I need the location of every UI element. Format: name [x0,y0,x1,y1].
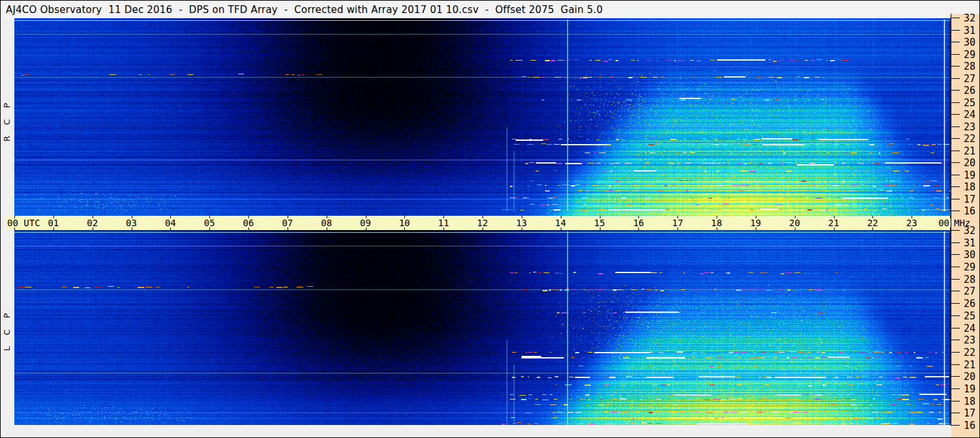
freq-tick [951,364,960,365]
freq-label: 29 [964,49,979,61]
freq-tick [951,66,960,66]
freq-label: 28 [964,61,979,72]
freq-tick [951,388,960,389]
hour-label: 02 [73,218,112,228]
freq-tick [951,138,960,139]
hour-label: 05 [190,218,229,228]
freq-label: 18 [964,396,979,407]
freq-tick [951,425,960,426]
frequency-axis-spine [951,14,951,425]
freq-tick [951,42,960,42]
freq-label: 24 [964,109,979,121]
freq-tick [951,340,960,340]
hour-label: 12 [463,218,502,228]
hour-label: 14 [541,218,580,228]
freq-tick [951,90,960,91]
lcp-polarization-label: LCP [2,281,12,372]
freq-label: 19 [964,383,979,395]
freq-label: 17 [964,194,979,205]
freq-label: 30 [964,36,979,48]
hour-label: 19 [736,218,775,228]
hour-label: 20 [775,218,814,228]
freq-label: 23 [964,121,979,133]
hour-label: 04 [151,218,190,228]
mhz-unit-label: MHz [954,218,970,228]
freq-label: 31 [964,25,979,36]
freq-tick [951,254,960,255]
freq-label: 26 [964,85,979,96]
freq-label: 30 [964,249,979,261]
freq-tick [951,78,960,79]
freq-tick [951,162,960,163]
freq-tick [951,102,960,103]
freq-tick [951,175,960,175]
freq-tick [951,401,960,402]
freq-tick [951,242,960,243]
freq-label: 24 [964,323,979,334]
hour-label: 16 [619,218,658,228]
freq-tick [951,352,960,353]
freq-label: 18 [964,181,979,193]
hour-label: 00 [934,218,949,228]
hour-label: 17 [658,218,697,228]
freq-tick [951,30,960,31]
freq-tick [951,230,960,231]
freq-tick [951,186,960,187]
hour-label: 09 [346,218,385,228]
freq-label: 25 [964,97,979,109]
freq-tick [951,303,960,304]
freq-label: 21 [964,145,979,157]
freq-tick [951,267,960,267]
freq-label: 32 [964,12,979,24]
freq-label: 28 [964,274,979,285]
rcp-spectrogram [14,18,951,216]
freq-tick [951,328,960,328]
freq-label: 27 [964,285,979,297]
freq-label: 17 [964,407,979,419]
hour-label: 03 [112,218,151,228]
hour-label: 01 [34,218,73,228]
freq-tick [951,279,960,280]
freq-label: 21 [964,359,979,371]
freq-tick [951,413,960,413]
freq-tick [951,291,960,291]
hour-label: 10 [385,218,424,228]
hour-label: 18 [697,218,736,228]
freq-tick [951,211,960,211]
hour-label: 11 [424,218,463,228]
freq-label: 26 [964,298,979,310]
freq-tick [951,199,960,199]
freq-label: 22 [964,133,979,145]
freq-label: 25 [964,310,979,322]
freq-tick [951,126,960,127]
hour-label: 08 [307,218,346,228]
hour-label: 22 [853,218,892,228]
freq-tick [951,54,960,55]
freq-tick [951,114,960,115]
freq-label: 29 [964,261,979,273]
hour-label: 07 [268,218,307,228]
freq-tick [951,18,960,18]
freq-tick [951,376,960,377]
hour-label: 23 [892,218,931,228]
freq-label: 22 [964,347,979,358]
freq-label: 27 [964,73,979,85]
hour-label: 13 [502,218,541,228]
hour-label: 15 [580,218,619,228]
app-window: AJ4CO Observatory 11 Dec 2016 - DPS on T… [0,0,980,438]
freq-label: 19 [964,169,979,181]
hour-label: 06 [229,218,268,228]
hour-label: 21 [814,218,854,228]
chart-title: AJ4CO Observatory 11 Dec 2016 - DPS on T… [6,4,603,16]
freq-label: 20 [964,371,979,383]
lcp-spectrogram [14,230,951,425]
title-bar: AJ4CO Observatory 11 Dec 2016 - DPS on T… [1,1,979,18]
freq-label: 31 [964,237,979,249]
time-axis: 00 UTC0102030405060708091011121314151617… [6,216,951,230]
freq-label: 23 [964,334,979,346]
rcp-polarization-label: RCP [2,71,12,162]
freq-tick [951,151,960,151]
freq-label: 16 [964,205,979,217]
freq-label: 20 [964,157,979,169]
freq-label: 16 [964,420,979,431]
